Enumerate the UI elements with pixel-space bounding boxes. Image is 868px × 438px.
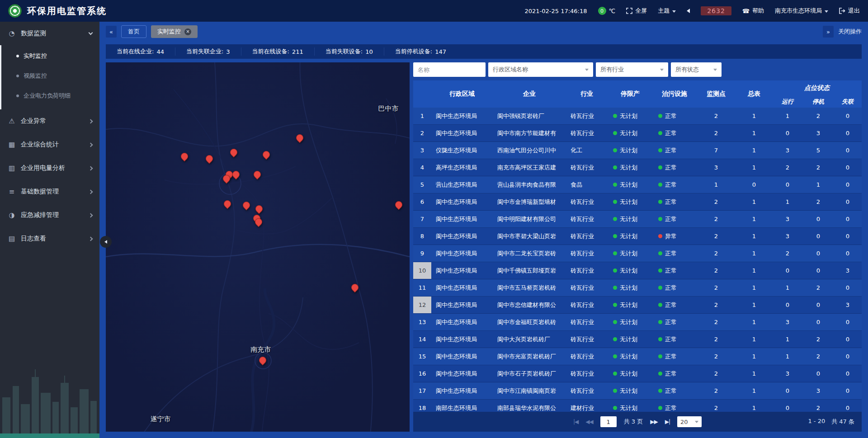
sidebar-subitem-0[interactable]: 实时监控 <box>1 46 99 66</box>
logout-button[interactable]: 退出 <box>839 7 860 15</box>
fullscreen-icon <box>626 8 632 14</box>
map-pin-icon[interactable] <box>259 357 266 364</box>
datetime-text: 2021-02-25 17:46:18 <box>524 8 587 14</box>
cell-running: 0 <box>772 387 803 394</box>
sidebar-item-0[interactable]: ◔数据监测 <box>0 22 99 45</box>
map-pin-icon[interactable] <box>230 149 237 156</box>
map-collapse-button[interactable] <box>100 236 112 248</box>
facility-text: 正常 <box>665 146 677 155</box>
sidebar-subitem-1[interactable]: 视频监控 <box>1 66 99 86</box>
name-filter-input[interactable] <box>413 62 486 77</box>
map-roads <box>106 62 410 432</box>
page-size-value: 20 <box>680 419 688 425</box>
limit-text: 无计划 <box>620 164 637 172</box>
table-row[interactable]: 8阆中生态环境局阆中市枣碧大梁山页岩砖瓦行业无计划异常21300 <box>413 228 862 245</box>
cell-company: 阆中市二龙长宝页岩砖 <box>493 250 566 258</box>
tab-realtime-monitor[interactable]: 实时监控 × <box>151 25 198 38</box>
cell-limit-production: 无计划 <box>608 232 653 240</box>
sidebar-item-6[interactable]: ▤日志查看 <box>0 227 99 250</box>
map-pin-icon[interactable] <box>263 151 270 158</box>
table-row[interactable]: 13阆中生态环境局阆中市金福旺页岩机砖砖瓦行业无计划正常21300 <box>413 314 862 331</box>
cell-limit-production: 无计划 <box>608 181 653 189</box>
cell-limit-production: 无计划 <box>608 284 653 292</box>
theme-dropdown[interactable]: 主题 <box>658 7 676 15</box>
map-pin-icon[interactable] <box>395 201 402 208</box>
table-row[interactable]: 7阆中生态环境局阆中明阳建材有限公司砖瓦行业无计划正常21300 <box>413 211 862 228</box>
sidebar-item-5[interactable]: ◑应急减排管理 <box>0 203 99 227</box>
tab-close-icon[interactable]: × <box>184 28 191 35</box>
first-page-button[interactable]: |◀ <box>573 419 578 425</box>
map-city-label: 巴中市 <box>378 104 398 113</box>
last-page-button[interactable]: ▶| <box>665 419 670 425</box>
map-pin-icon[interactable] <box>351 284 359 291</box>
tabs-scroll-right-button[interactable]: » <box>823 26 834 38</box>
fullscreen-button[interactable]: 全屏 <box>626 7 647 15</box>
table-row[interactable]: 18南部生态环境局南部县瑞华水泥有限公建材行业无计划正常21020 <box>413 400 862 412</box>
next-page-button[interactable]: ▶▶ <box>650 419 657 425</box>
sidebar-item-2[interactable]: ▦企业综合统计 <box>0 133 99 156</box>
cell-monitor-points: 2 <box>696 250 736 257</box>
table-row[interactable]: 17阆中生态环境局阆中市江南镇阆南页岩砖瓦行业无计划正常21030 <box>413 382 862 400</box>
org-dropdown[interactable]: 南充市生态环境局 <box>775 7 828 15</box>
col-header-meters: 总表 <box>736 80 772 108</box>
page-input[interactable] <box>600 416 617 427</box>
table-row[interactable]: 10阆中生态环境局阆中千佛镇五郎垭页岩砖瓦行业无计划正常21003 <box>413 262 862 279</box>
region-select-value: 行政区域名称 <box>493 66 528 74</box>
cell-monitor-points: 2 <box>696 319 736 325</box>
cell-industry: 砖瓦行业 <box>566 164 608 172</box>
map-pin-icon[interactable] <box>296 134 303 141</box>
map-pin-icon[interactable] <box>255 218 262 226</box>
table-row[interactable]: 4高坪生态环境局南充市高坪区王家店建砖瓦行业无计划正常31220 <box>413 159 862 176</box>
map-pin-icon[interactable] <box>232 171 240 178</box>
table-row[interactable]: 15阆中生态环境局阆中市光富页岩机砖厂砖瓦行业无计划正常21120 <box>413 348 862 365</box>
cell-company: 南部县瑞华水泥有限公 <box>493 404 566 412</box>
map-pin-icon[interactable] <box>224 200 231 207</box>
table-row[interactable]: 6阆中生态环境局阆中市金博瑞新型墙材砖瓦行业无计划正常21120 <box>413 193 862 211</box>
sidebar-subitem-2[interactable]: 企业电力负荷明细 <box>1 86 99 106</box>
status-dot-green-icon <box>613 131 617 135</box>
region-select[interactable]: 行政区域名称 <box>488 62 593 77</box>
cell-monitor-points: 2 <box>696 267 736 274</box>
ticker-collapse-icon[interactable] <box>687 9 690 13</box>
table-row[interactable]: 11阆中生态环境局阆中市五马桥页岩机砖砖瓦行业无计划正常21120 <box>413 279 862 297</box>
map-pin-icon[interactable] <box>254 171 261 178</box>
map-pin-icon[interactable] <box>181 153 188 160</box>
alarm-count-badge[interactable]: 2632 <box>701 6 731 15</box>
map-pin-icon[interactable] <box>223 175 230 182</box>
sidebar-item-4[interactable]: ≡基础数据管理 <box>0 180 99 203</box>
cell-industry: 砖瓦行业 <box>566 370 608 378</box>
tabs-scroll-left-button[interactable]: « <box>106 26 117 38</box>
sidebar-item-1[interactable]: ⚠企业异常 <box>0 109 99 133</box>
map-pin-icon[interactable] <box>206 155 213 162</box>
table-row[interactable]: 5营山生态环境局营山县润丰肉食品有限食品无计划正常10010 <box>413 176 862 193</box>
sidebar-item-3[interactable]: ▥企业用电量分析 <box>0 156 99 180</box>
map-pin-icon[interactable] <box>255 205 263 212</box>
industry-select-value: 所有行业 <box>600 66 624 74</box>
page-size-select[interactable]: 20 <box>677 416 702 427</box>
status-select[interactable]: 所有状态 <box>671 62 722 77</box>
cell-disconnected: 3 <box>834 301 862 308</box>
map-panel[interactable]: 巴中市南充市遂宁市 <box>106 62 410 432</box>
close-operations-menu[interactable]: 关闭操作 <box>838 28 862 36</box>
facility-text: 正常 <box>665 404 677 412</box>
industry-select[interactable]: 所有行业 <box>596 62 668 77</box>
limit-text: 无计划 <box>620 232 637 240</box>
table-row[interactable]: 12阆中生态环境局阆中市忠信建材有限公砖瓦行业无计划正常21003 <box>413 297 862 314</box>
table-row[interactable]: 1阆中生态环境局阆中强锐页岩砖厂砖瓦行业无计划正常21120 <box>413 108 862 125</box>
table-row[interactable]: 9阆中生态环境局阆中市二龙长宝页岩砖砖瓦行业无计划正常21200 <box>413 245 862 262</box>
cell-industry: 砖瓦行业 <box>566 129 608 137</box>
table-row[interactable]: 16阆中生态环境局阆中市石子页岩机砖厂砖瓦行业无计划正常21300 <box>413 365 862 382</box>
prev-page-button[interactable]: ◀◀ <box>585 419 593 425</box>
cell-company: 阆中强锐页岩砖厂 <box>493 112 566 120</box>
app-logo-icon <box>8 4 22 18</box>
phone-icon: ☎ <box>742 8 750 14</box>
table-row[interactable]: 14阆中生态环境局阆中大兴页岩机砖厂砖瓦行业无计划正常21120 <box>413 331 862 348</box>
tab-home[interactable]: 首页 <box>121 25 146 38</box>
help-button[interactable]: ☎ 帮助 <box>742 7 764 15</box>
table-row[interactable]: 3仪陇生态环境局西南油气田分公司川中化工无计划正常71350 <box>413 142 862 159</box>
status-dot-green-icon <box>658 320 662 324</box>
map-pin-icon[interactable] <box>243 202 250 209</box>
table-row[interactable]: 2阆中生态环境局阆中市南方节能建材有砖瓦行业无计划正常21030 <box>413 125 862 142</box>
col-header-industry: 行业 <box>566 80 608 108</box>
map-city-label: 南充市 <box>250 345 271 353</box>
